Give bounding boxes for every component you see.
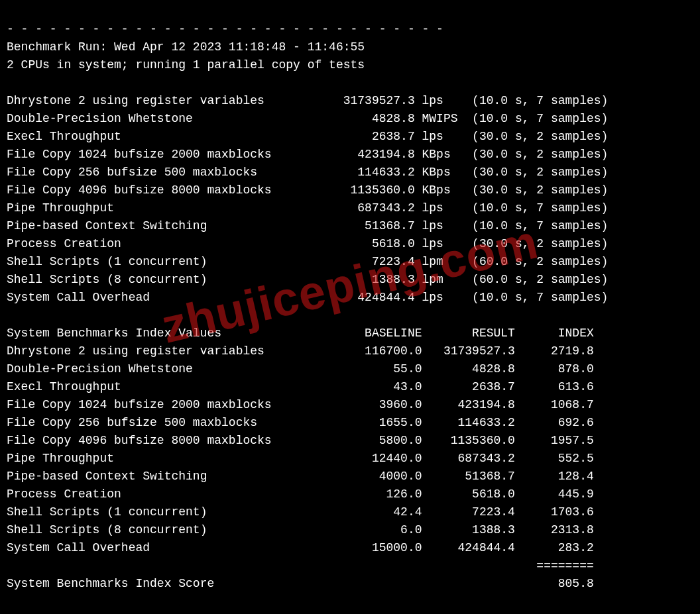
test-results-block: Dhrystone 2 using register variables 317… bbox=[7, 94, 608, 304]
cpu-header: 2 CPUs in system; running 1 parallel cop… bbox=[7, 58, 365, 72]
run-header: Benchmark Run: Wed Apr 12 2023 11:18:48 … bbox=[7, 40, 365, 54]
index-values-block: Dhrystone 2 using register variables 116… bbox=[7, 344, 594, 554]
index-header-line: System Benchmarks Index Values BASELINE … bbox=[7, 327, 594, 340]
terminal-output: - - - - - - - - - - - - - - - - - - - - … bbox=[0, 0, 700, 614]
separator-line: - - - - - - - - - - - - - - - - - - - - … bbox=[7, 23, 443, 36]
index-divider-line: ======== bbox=[7, 559, 594, 572]
index-score-line: System Benchmarks Index Score 805.8 bbox=[7, 577, 594, 590]
